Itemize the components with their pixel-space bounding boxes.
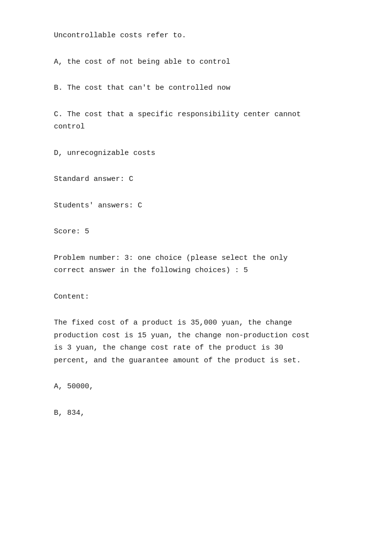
question2-option-a: A, the cost of not being able to control	[54, 56, 338, 69]
question2-stem-text: Uncontrollable costs refer to.	[54, 29, 338, 42]
question2-score: Score: 5	[54, 226, 338, 238]
question2-option-c: C. The cost that a specific responsibili…	[54, 108, 338, 133]
question2-option-b: B. The cost that can't be controlled now	[54, 82, 338, 95]
question3-body: The fixed cost of a product is 35,000 yu…	[54, 317, 338, 367]
question2-option-d: D, unrecognizable costs	[54, 147, 338, 160]
question2-option-c-text: C. The cost that a specific responsibili…	[54, 108, 338, 133]
question2-score-text: Score: 5	[54, 226, 338, 238]
question2-option-a-text: A, the cost of not being able to control	[54, 56, 338, 69]
question3-content-label: Content:	[54, 291, 338, 303]
question3-option-a-text: A, 50000,	[54, 380, 338, 393]
question2-option-b-text: B. The cost that can't be controlled now	[54, 82, 338, 95]
question2-students-answer-text: Students' answers: C	[54, 200, 338, 212]
question3-option-a: A, 50000,	[54, 380, 338, 393]
question3-problem-number-text: Problem number: 3: one choice (please se…	[54, 252, 338, 277]
question3-option-b-text: B, 834,	[54, 407, 338, 420]
question2-standard-answer-text: Standard answer: C	[54, 173, 338, 186]
question3-content-label-text: Content:	[54, 291, 338, 303]
page-container: Uncontrollable costs refer to. A, the co…	[0, 0, 392, 462]
question2-stem: Uncontrollable costs refer to.	[54, 29, 338, 42]
question2-standard-answer: Standard answer: C	[54, 173, 338, 186]
question3-option-b: B, 834,	[54, 407, 338, 420]
question2-students-answer: Students' answers: C	[54, 200, 338, 212]
question3-problem-number: Problem number: 3: one choice (please se…	[54, 252, 338, 277]
question3-body-text: The fixed cost of a product is 35,000 yu…	[54, 317, 338, 367]
question2-option-d-text: D, unrecognizable costs	[54, 147, 338, 160]
